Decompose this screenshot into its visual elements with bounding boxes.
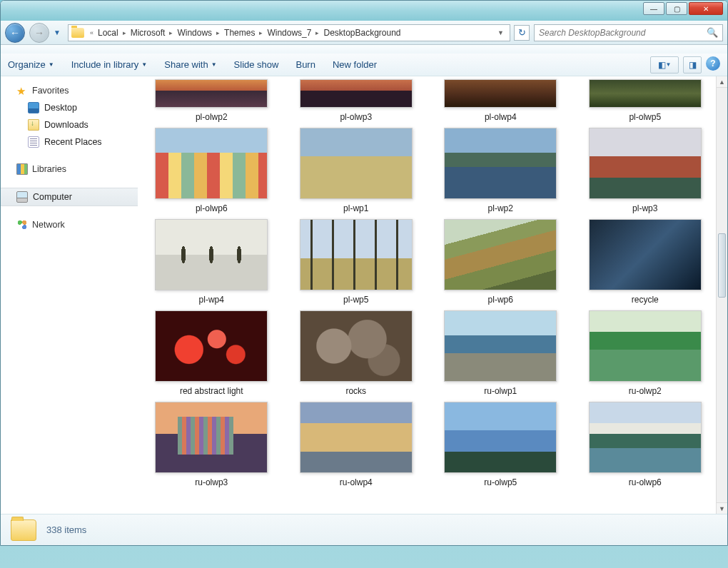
sidebar-libraries[interactable]: Libraries	[1, 161, 138, 178]
breadcrumb[interactable]: « Local▸ Microsoft▸ Windows▸ Themes▸ Win…	[68, 24, 510, 41]
search-box[interactable]: 🔍	[534, 24, 723, 41]
include-in-library-menu[interactable]: Include in library▼	[71, 59, 148, 70]
file-item[interactable]: ru-olwp3	[149, 402, 274, 487]
file-name: pl-wp4	[199, 295, 224, 305]
sidebar-label: Computer	[33, 192, 72, 202]
new-folder-button[interactable]: New folder	[333, 59, 377, 70]
help-button[interactable]: ?	[706, 56, 720, 71]
command-bar: Organize▼ Include in library▼ Share with…	[1, 54, 727, 76]
thumbnail-grid[interactable]: pl-olwp2pl-olwp3pl-olwp4pl-olwp5pl-olwp6…	[138, 76, 716, 514]
scroll-down-button[interactable]: ▼	[717, 502, 727, 514]
scroll-up-button[interactable]: ▲	[717, 76, 727, 88]
thumbnail-image	[155, 310, 268, 382]
sidebar-item-network[interactable]: Network	[1, 216, 138, 233]
file-item[interactable]: recycle	[583, 219, 708, 305]
file-name: red abstract light	[180, 386, 243, 396]
file-item[interactable]: pl-olwp5	[583, 79, 708, 122]
file-item[interactable]: ru-olwp5	[438, 402, 563, 487]
chevron-right-icon[interactable]: ▸	[213, 29, 223, 36]
preview-pane-button[interactable]: ◨	[683, 56, 702, 73]
search-input[interactable]	[539, 28, 707, 38]
file-item[interactable]: rocks	[294, 310, 419, 396]
share-with-menu[interactable]: Share with▼	[164, 59, 216, 70]
file-item[interactable]: pl-wp5	[294, 219, 419, 305]
close-button[interactable]: ✕	[689, 2, 723, 15]
chevron-right-icon[interactable]: ▸	[313, 29, 322, 36]
sidebar-label: Recent Places	[44, 137, 102, 147]
forward-button[interactable]: →	[29, 23, 49, 43]
chevron-right-icon[interactable]: ▸	[166, 29, 176, 36]
slideshow-button[interactable]: Slide show	[234, 59, 279, 70]
file-name: pl-olwp5	[629, 112, 661, 122]
computer-icon	[16, 191, 28, 203]
sidebar-label: Network	[32, 220, 65, 230]
refresh-button[interactable]: ↻	[514, 25, 530, 41]
breadcrumb-segment[interactable]: Windows_7	[266, 28, 313, 38]
sidebar-label: Libraries	[32, 164, 66, 174]
thumbnail-image	[589, 310, 702, 382]
file-item[interactable]: pl-olwp4	[438, 79, 563, 122]
chevron-right-icon[interactable]: ▸	[120, 29, 129, 36]
thumbnail-image	[155, 402, 268, 473]
folder-icon	[11, 519, 36, 541]
file-item[interactable]: ru-olwp6	[583, 402, 708, 487]
desktop-icon	[28, 102, 39, 113]
change-view-button[interactable]: ◧ ▼	[650, 56, 679, 73]
thumbnail-image	[155, 79, 268, 108]
minimize-button[interactable]: —	[643, 2, 664, 15]
file-item[interactable]: pl-olwp2	[149, 79, 274, 122]
maximize-button[interactable]: ▢	[666, 2, 687, 15]
burn-button[interactable]: Burn	[295, 59, 315, 70]
recent-places-icon	[28, 136, 39, 148]
breadcrumb-segment[interactable]: DesktopBackground	[322, 28, 402, 38]
file-item[interactable]: ru-olwp4	[294, 402, 419, 487]
thumbnail-image	[300, 79, 413, 108]
thumbnail-image	[444, 79, 557, 108]
vertical-scrollbar[interactable]: ▲ ▼	[716, 76, 727, 514]
sidebar-favorites[interactable]: ★Favorites	[1, 82, 138, 99]
sidebar-item-computer[interactable]: Computer	[1, 188, 138, 206]
search-icon[interactable]: 🔍	[707, 27, 718, 38]
thumbnail-image	[589, 219, 702, 290]
file-item[interactable]: pl-olwp6	[149, 128, 274, 213]
scroll-thumb[interactable]	[718, 233, 726, 298]
file-item[interactable]: pl-olwp3	[294, 79, 419, 122]
sidebar-item-recent-places[interactable]: Recent Places	[1, 133, 138, 151]
thumbnail-image	[589, 128, 702, 199]
file-name: ru-olwp4	[340, 477, 373, 487]
menubar-area	[1, 45, 727, 54]
breadcrumb-segment[interactable]: Microsoft	[129, 28, 167, 38]
chevron-down-icon: ▼	[211, 61, 217, 68]
titlebar: — ▢ ✕	[1, 1, 727, 21]
explorer-body: ★Favorites Desktop Downloads Recent Plac…	[1, 76, 727, 514]
thumbnail-image	[444, 310, 557, 382]
file-name: pl-wp6	[488, 295, 513, 305]
history-dropdown[interactable]: ▼	[54, 29, 64, 36]
breadcrumb-segment[interactable]: Local	[96, 28, 120, 38]
file-item[interactable]: pl-wp4	[149, 219, 274, 305]
star-icon: ★	[16, 85, 28, 96]
back-button[interactable]: ←	[5, 23, 25, 43]
file-name: ru-olwp1	[484, 386, 517, 396]
libraries-icon	[16, 163, 28, 175]
organize-menu[interactable]: Organize▼	[8, 59, 54, 70]
file-item[interactable]: ru-olwp2	[583, 310, 708, 396]
file-name: ru-olwp5	[484, 477, 517, 487]
file-item[interactable]: ru-olwp1	[438, 310, 563, 396]
breadcrumb-dropdown[interactable]: ▼	[497, 29, 507, 36]
file-item[interactable]: pl-wp6	[438, 219, 563, 305]
sidebar-item-desktop[interactable]: Desktop	[1, 99, 138, 116]
breadcrumb-segment[interactable]: Windows	[176, 28, 213, 38]
file-name: pl-wp2	[488, 203, 513, 213]
thumbnail-image	[155, 128, 268, 199]
thumbnail-image	[300, 402, 413, 473]
chevron-right-icon[interactable]: ▸	[256, 29, 266, 36]
file-item[interactable]: red abstract light	[149, 310, 274, 396]
file-item[interactable]: pl-wp3	[583, 128, 708, 213]
file-item[interactable]: pl-wp2	[438, 128, 563, 213]
sidebar-item-downloads[interactable]: Downloads	[1, 116, 138, 133]
breadcrumb-overflow[interactable]: «	[87, 29, 96, 36]
file-name: pl-olwp3	[340, 112, 372, 122]
breadcrumb-segment[interactable]: Themes	[223, 28, 256, 38]
file-item[interactable]: pl-wp1	[294, 128, 419, 213]
